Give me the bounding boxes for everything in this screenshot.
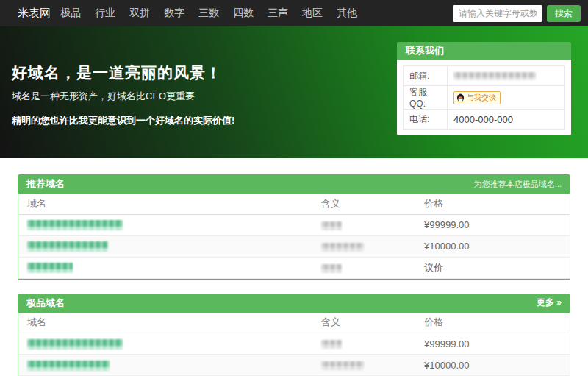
domain-meaning-redacted [321, 221, 342, 230]
contact-row-email: 邮箱: [404, 66, 565, 86]
table-row[interactable]: ¥10000.00 [18, 355, 570, 376]
email-value-cell [448, 66, 565, 86]
domain-price: ¥10000.00 [415, 235, 570, 257]
nav-item-other[interactable]: 其他 [337, 7, 357, 20]
premium-domains-panel: 极品域名 更多 » 域名 含义 价格 ¥99999.00 [18, 294, 570, 376]
column-header-domain: 域名 [18, 194, 312, 214]
nav-item-4digit[interactable]: 四数 [233, 7, 254, 20]
nav-item-shuangpin[interactable]: 双拼 [129, 7, 150, 20]
contact-card-body: 邮箱: 客服QQ: [397, 60, 571, 135]
recommended-panel-note: 为您推荐本店极品域名... [474, 179, 562, 190]
email-value-redacted [453, 72, 536, 80]
search-input[interactable] [453, 5, 542, 22]
domain-price: 议价 [415, 257, 570, 278]
table-header-row: 域名 含义 价格 [18, 194, 570, 214]
table-row[interactable]: ¥99999.00 [18, 333, 570, 355]
column-header-price: 价格 [415, 194, 570, 214]
domain-name-redacted [27, 263, 73, 273]
column-header-meaning: 含义 [312, 194, 415, 214]
column-header-meaning: 含义 [312, 313, 415, 333]
phone-value: 4000-000-000 [448, 110, 565, 130]
recommended-panel-body: 域名 含义 价格 ¥99999.00 ¥10000.00 [18, 194, 570, 280]
domain-name-redacted [27, 361, 110, 371]
domain-price: ¥99999.00 [415, 333, 570, 355]
search-area: 搜索 [453, 5, 581, 22]
main-content: 推荐域名 为您推荐本店极品域名... 域名 含义 价格 ¥99999 [0, 174, 588, 376]
column-header-domain: 域名 [18, 313, 312, 333]
domain-meaning-redacted [321, 340, 342, 349]
brand-logo[interactable]: 米表网 [18, 7, 51, 21]
premium-panel-header: 极品域名 更多 » [18, 294, 570, 313]
contact-card-title: 联系我们 [397, 42, 571, 60]
table-row[interactable]: 议价 [18, 257, 570, 278]
qq-chat-badge[interactable]: 与我交谈 [453, 91, 501, 104]
nav-item-3pinyin[interactable]: 三声 [268, 7, 288, 20]
nav-item-industry[interactable]: 行业 [95, 7, 115, 20]
search-button[interactable]: 搜索 [547, 5, 581, 22]
qq-value-cell: 与我交谈 [448, 86, 565, 110]
table-row[interactable]: ¥10000.00 [18, 235, 570, 257]
domain-name-redacted [27, 339, 123, 350]
main-nav: 极品 行业 双拼 数字 三数 四数 三声 地区 其他 [60, 7, 371, 20]
qq-penguin-icon [456, 93, 465, 102]
recommended-domains-panel: 推荐域名 为您推荐本店极品域名... 域名 含义 价格 ¥99999 [18, 174, 570, 280]
domain-price: ¥99999.00 [415, 214, 570, 235]
nav-item-3digit[interactable]: 三数 [198, 7, 219, 20]
premium-panel-title: 极品域名 [26, 297, 65, 310]
more-link[interactable]: 更多 » [537, 297, 562, 309]
domain-name-redacted [27, 220, 123, 230]
nav-item-digits[interactable]: 数字 [164, 7, 184, 20]
qq-chat-label: 与我交谈 [467, 93, 496, 103]
premium-panel-body: 域名 含义 价格 ¥99999.00 ¥10000.00 [18, 313, 570, 376]
hero-banner: 好域名，是一道亮丽的风景！ 域名是一种无形资产，好域名比CEO更重要 精明的您也… [0, 26, 588, 158]
recommended-panel-title: 推荐域名 [26, 177, 65, 191]
contact-card: 联系我们 邮箱: 客服QQ: [397, 42, 571, 135]
qq-label: 客服QQ: [404, 86, 448, 110]
table-header-row: 域名 含义 价格 [18, 313, 570, 333]
domain-price: ¥10000.00 [415, 355, 570, 376]
nav-item-region[interactable]: 地区 [302, 7, 323, 20]
domain-meaning-redacted [321, 361, 364, 370]
domain-name-redacted [27, 241, 108, 252]
recommended-panel-header: 推荐域名 为您推荐本店极品域名... [18, 174, 570, 194]
top-navbar: 米表网 极品 行业 双拼 数字 三数 四数 三声 地区 其他 搜索 [0, 0, 588, 26]
column-header-price: 价格 [415, 313, 570, 333]
domain-meaning-redacted [321, 243, 364, 252]
contact-row-phone: 电话: 4000-000-000 [404, 110, 565, 130]
phone-label: 电话: [404, 110, 448, 130]
domain-meaning-redacted [321, 264, 342, 273]
contact-row-qq: 客服QQ: 与我 [404, 86, 565, 110]
email-label: 邮箱: [404, 66, 448, 86]
nav-item-premium[interactable]: 极品 [60, 7, 81, 20]
table-row[interactable]: ¥99999.00 [18, 214, 570, 235]
